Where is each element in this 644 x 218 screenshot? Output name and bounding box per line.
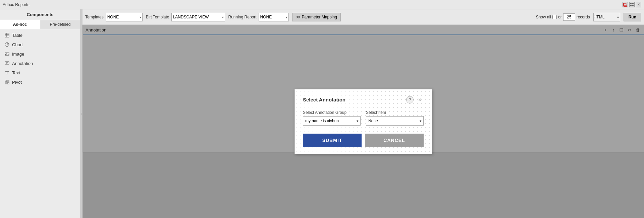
cancel-button[interactable]: CANCEL (365, 134, 424, 147)
sidebar-item-table-label: Table (12, 33, 22, 38)
sidebar-item-annotation-label: Annotation (12, 61, 33, 66)
modal-buttons: SUBMIT CANCEL (303, 134, 424, 147)
templates-select[interactable]: NONE (106, 13, 143, 21)
sidebar-item-text-label: Text (12, 70, 20, 75)
modal-help-button[interactable]: ? (406, 96, 414, 103)
save-icon[interactable] (623, 2, 628, 7)
title-bar-icons: ✕ (623, 2, 641, 7)
svg-rect-4 (632, 3, 634, 4)
svg-rect-7 (5, 33, 9, 37)
modal-overlay: Select Annotation ? × Select Annotation … (83, 25, 644, 218)
grid-icon[interactable] (629, 2, 635, 7)
select-item-select-wrapper: None (366, 116, 424, 126)
annotation-group-field: Select Annotation Group my name is aivhu… (303, 110, 361, 126)
sidebar-header: Components (0, 9, 80, 20)
select-item-field: Select Item None (366, 110, 424, 126)
svg-rect-5 (630, 5, 632, 6)
svg-rect-20 (7, 82, 9, 84)
annotation-group-select-wrapper: my name is aivhub (303, 116, 361, 126)
sidebar-item-pivot-label: Pivot (12, 80, 22, 85)
modal-header-actions: ? × (406, 96, 424, 103)
modal-fields: Select Annotation Group my name is aivhu… (303, 110, 424, 126)
modal-title: Select Annotation (303, 97, 345, 102)
templates-group: Templates NONE (85, 13, 143, 21)
running-select-wrapper: NONE (259, 13, 289, 21)
modal-close-button[interactable]: × (416, 96, 424, 103)
format-select-wrapper: HTML (593, 13, 620, 21)
format-select[interactable]: HTML (593, 13, 620, 21)
report-area: Annotation + ↑ ❐ ✂ 🗑 (83, 25, 644, 218)
annotation-icon (4, 60, 10, 66)
param-mapping-label: Parameter Mapping (302, 15, 337, 19)
select-item-select[interactable]: None (366, 116, 424, 126)
modal-header: Select Annotation ? × (303, 96, 424, 103)
run-button[interactable]: Run (624, 13, 641, 21)
main-content: Templates NONE Birt Template LANDSCAPE V… (83, 9, 644, 218)
param-mapping-button[interactable]: Parameter Mapping (292, 13, 341, 21)
annotation-group-label: Select Annotation Group (303, 110, 361, 115)
modal-dialog: Select Annotation ? × Select Annotation … (294, 89, 432, 154)
text-icon (4, 70, 10, 76)
toolbar: Templates NONE Birt Template LANDSCAPE V… (83, 9, 644, 25)
sidebar-item-chart[interactable]: Chart (0, 40, 80, 49)
records-label: records (577, 15, 590, 19)
sidebar-item-chart-label: Chart (12, 42, 23, 47)
sidebar-item-image-label: Image (12, 52, 24, 57)
birt-label: Birt Template (146, 15, 169, 19)
sidebar-tabs: Ad-hoc Pre-defined (0, 20, 80, 29)
image-icon (4, 51, 10, 57)
or-label: or (558, 15, 562, 19)
sidebar-item-annotation[interactable]: Annotation (0, 59, 80, 68)
sidebar: Components Ad-hoc Pre-defined Table Char… (0, 9, 80, 218)
app-title: Adhoc Reports (3, 2, 29, 7)
tab-adhoc[interactable]: Ad-hoc (0, 20, 40, 29)
chart-icon (4, 42, 10, 48)
submit-button[interactable]: SUBMIT (303, 134, 362, 147)
svg-rect-14 (5, 62, 9, 64)
birt-select-wrapper: LANDSCAPE VIEW (171, 13, 225, 21)
svg-rect-1 (624, 3, 626, 4)
sidebar-items: Table Chart Image Annotation (0, 29, 80, 88)
close-icon[interactable]: ✕ (636, 2, 641, 7)
sidebar-item-text[interactable]: Text (0, 68, 80, 77)
birt-select[interactable]: LANDSCAPE VIEW (171, 13, 225, 21)
tab-predefined[interactable]: Pre-defined (40, 20, 80, 29)
sidebar-item-pivot[interactable]: Pivot (0, 77, 80, 87)
show-all-label: Show all (536, 15, 551, 19)
show-all-group: Show all or records (536, 13, 590, 21)
svg-rect-6 (632, 5, 634, 6)
show-all-checkbox[interactable] (552, 15, 557, 19)
records-input[interactable] (563, 13, 575, 21)
templates-select-wrapper: NONE (106, 13, 143, 21)
sidebar-item-table[interactable]: Table (0, 30, 80, 40)
birt-group: Birt Template LANDSCAPE VIEW (146, 13, 225, 21)
app-container: Components Ad-hoc Pre-defined Table Char… (0, 9, 644, 218)
svg-point-13 (6, 53, 7, 54)
table-icon (4, 32, 10, 38)
svg-rect-19 (5, 82, 7, 84)
svg-rect-17 (5, 80, 7, 82)
annotation-group-select[interactable]: my name is aivhub (303, 116, 361, 126)
running-select[interactable]: NONE (259, 13, 289, 21)
pivot-icon (4, 79, 10, 85)
svg-rect-3 (630, 3, 632, 4)
svg-rect-18 (7, 80, 9, 82)
title-bar: Adhoc Reports ✕ (0, 0, 644, 9)
modal-content: Select Annotation ? × Select Annotation … (295, 89, 432, 154)
select-item-label: Select Item (366, 110, 424, 115)
running-label: Running Report (228, 15, 257, 19)
sidebar-item-image[interactable]: Image (0, 49, 80, 59)
running-group: Running Report NONE (228, 13, 289, 21)
templates-label: Templates (85, 15, 104, 19)
svg-rect-2 (624, 5, 627, 6)
